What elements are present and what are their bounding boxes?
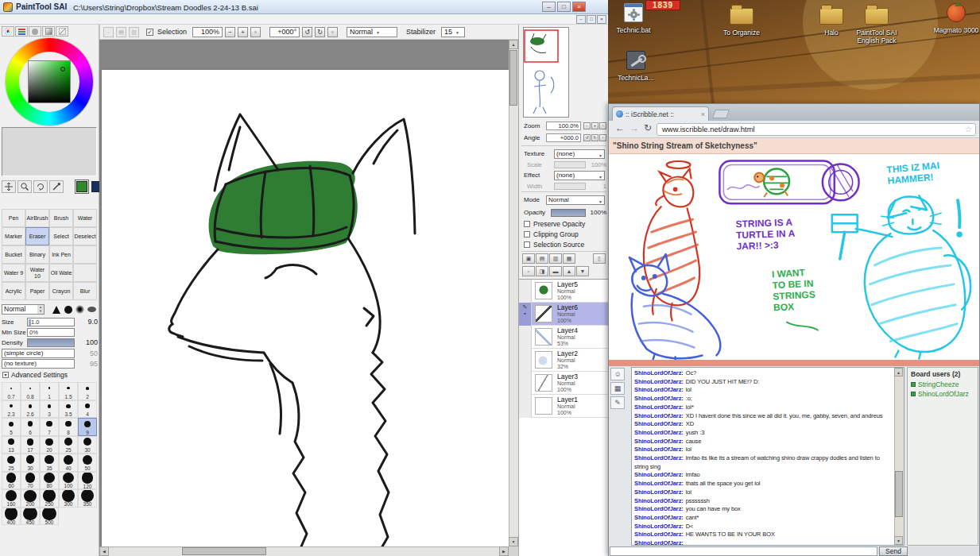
brush-size-preset[interactable]: 6: [21, 418, 40, 436]
saturation-value-square[interactable]: [28, 60, 71, 103]
brush-size-preset[interactable]: 500: [40, 508, 59, 526]
tool-button[interactable]: Marker: [2, 227, 25, 245]
rotate-cw-button[interactable]: ↻: [315, 27, 325, 37]
rotate-tool-button[interactable]: [33, 180, 48, 193]
brush-size-preset[interactable]: 2.3: [2, 400, 21, 419]
selection-source-checkbox[interactable]: [524, 241, 530, 248]
layer-effect-select[interactable]: (none): [554, 171, 605, 180]
brush-size-preset[interactable]: 25: [59, 436, 78, 454]
min-size-slider[interactable]: 0%: [27, 328, 75, 337]
eyedropper-tool-button[interactable]: [49, 180, 64, 193]
layer-row[interactable]: ✎▪ Layer4 Normal 53%: [519, 326, 608, 349]
brush-size-preset[interactable]: 13: [2, 436, 21, 454]
clear-layer-button[interactable]: ▦: [563, 253, 575, 264]
color-mixer-tab-icon[interactable]: [42, 26, 55, 37]
brush-size-preset[interactable]: 2.6: [21, 400, 40, 419]
tool-button[interactable]: [73, 264, 97, 282]
browser-tab[interactable]: :: iScribble.net :: ×: [612, 106, 709, 121]
canvas-viewport[interactable]: [99, 40, 509, 546]
brush-size-preset[interactable]: 250: [40, 489, 59, 508]
brush-size-preset[interactable]: 4: [78, 400, 97, 419]
new-tab-button[interactable]: [712, 110, 730, 118]
tool-button[interactable]: Water 9: [2, 264, 25, 282]
zoom-in-button[interactable]: +: [238, 27, 248, 37]
forward-icon[interactable]: →: [629, 122, 639, 133]
board-log-button[interactable]: ▦: [610, 382, 625, 395]
canvas-horizontal-scrollbar[interactable]: ◀ ▶: [99, 546, 509, 556]
nav-zoom-in-button[interactable]: +: [591, 122, 598, 129]
brush-size-preset[interactable]: 100: [59, 472, 78, 490]
tool-button[interactable]: Blur: [73, 282, 97, 300]
brush-size-preset[interactable]: 30: [78, 436, 97, 454]
tool-button[interactable]: Eraser: [25, 227, 49, 245]
scroll-up-icon[interactable]: ▲: [509, 40, 518, 49]
address-bar[interactable]: www.iscribble.net/draw.html ☆: [657, 123, 976, 136]
selection-source-row[interactable]: Selection Source: [524, 240, 584, 249]
zoom-reset-button[interactable]: ▫: [250, 27, 261, 37]
foreground-color-swatch[interactable]: [76, 181, 87, 192]
chat-scroll-thumb[interactable]: [895, 471, 903, 517]
chat-input[interactable]: [610, 546, 877, 556]
bookmark-star-icon[interactable]: ☆: [965, 124, 972, 135]
nav-zoom-out-button[interactable]: −: [583, 122, 591, 129]
delete-layer-button[interactable]: ▯: [593, 253, 606, 264]
reload-icon[interactable]: ↻: [644, 122, 652, 133]
tool-button[interactable]: Oil Wate: [49, 264, 73, 282]
nav-zoom-reset-button[interactable]: ▫: [599, 122, 606, 129]
layer-texture-select[interactable]: (none): [554, 149, 605, 159]
copy-layer-button[interactable]: ◨: [536, 266, 548, 276]
brush-tip-cone-icon[interactable]: [51, 304, 61, 315]
angle-value-field[interactable]: +000°: [269, 27, 300, 37]
tool-button[interactable]: AirBrush: [25, 209, 49, 227]
horizontal-scroll-thumb[interactable]: [182, 547, 266, 555]
tab-close-icon[interactable]: ×: [701, 110, 705, 118]
back-icon[interactable]: ←: [615, 122, 625, 133]
vertical-scroll-thumb[interactable]: [509, 50, 517, 106]
desktop-icon-painttool-sai-english-pack[interactable]: PaintTool SAI English Pack: [849, 3, 904, 45]
brush-shape-select[interactable]: (simple circle): [2, 349, 75, 358]
brush-size-preset[interactable]: 400: [2, 508, 21, 526]
clipping-group-row[interactable]: Clipping Group: [524, 230, 579, 239]
advanced-settings-toggle[interactable]: ▾ Advanced Settings: [2, 371, 68, 379]
new-canvas-icon[interactable]: ▫: [103, 27, 114, 37]
hsv-slider-tab-icon[interactable]: [29, 26, 41, 37]
rotate-ccw-button[interactable]: ↺: [302, 27, 312, 37]
doc-minimize-button[interactable]: –: [576, 15, 586, 24]
move-tool-button[interactable]: [2, 180, 16, 193]
new-mask-button[interactable]: ▥: [549, 253, 562, 264]
board-user[interactable]: StringCheeze: [908, 380, 978, 389]
stabilizer-select[interactable]: 15: [441, 27, 465, 37]
desktop-icon-halo[interactable]: Halo: [808, 3, 855, 37]
layer-row[interactable]: ✎▪ Layer5 Normal 100%: [519, 280, 608, 303]
brush-size-preset[interactable]: 200: [21, 489, 40, 508]
merge-down-button[interactable]: ▫: [522, 266, 535, 276]
tool-button[interactable]: Deselect: [73, 227, 97, 245]
tool-button[interactable]: Select: [49, 227, 73, 245]
scroll-left-icon[interactable]: ◀: [99, 546, 109, 556]
doc-restore-button[interactable]: □: [587, 15, 596, 24]
brush-tip-flat-icon[interactable]: [87, 304, 97, 315]
layer-thumbnail[interactable]: [535, 397, 552, 415]
brush-size-preset[interactable]: 35: [40, 454, 59, 472]
brush-size-preset[interactable]: 0.8: [21, 382, 40, 400]
brush-size-preset[interactable]: 17: [21, 436, 40, 454]
doc-close-button[interactable]: ×: [597, 15, 606, 24]
layer-thumbnail[interactable]: [535, 374, 552, 392]
open-icon[interactable]: ▤: [116, 27, 126, 37]
brush-size-preset[interactable]: 1: [40, 382, 59, 400]
brush-blend-mode-select[interactable]: Normal▲▼: [2, 304, 45, 315]
preserve-opacity-row[interactable]: Preserve Opacity: [524, 219, 585, 229]
brush-size-preset[interactable]: 50: [78, 454, 97, 472]
maximize-button[interactable]: □: [557, 2, 571, 12]
nav-rotate-cw-button[interactable]: ↻: [591, 134, 598, 141]
brush-size-preset[interactable]: 0.7: [2, 382, 21, 400]
brush-size-preset[interactable]: 120: [78, 472, 97, 490]
desktop-icon-magmato-3000[interactable]: Magmato 3000: [932, 3, 980, 35]
brush-size-preset[interactable]: 40: [59, 454, 78, 472]
chat-scrollbar[interactable]: ▲ ▼: [894, 368, 904, 545]
layer-up-button[interactable]: ▲: [563, 266, 575, 276]
board-user[interactable]: ShinoLordOfJarz: [908, 389, 978, 399]
tool-button[interactable]: Water 10: [25, 264, 49, 282]
swatches-tab-icon[interactable]: [56, 26, 68, 37]
brush-size-preset[interactable]: 8: [59, 418, 78, 436]
